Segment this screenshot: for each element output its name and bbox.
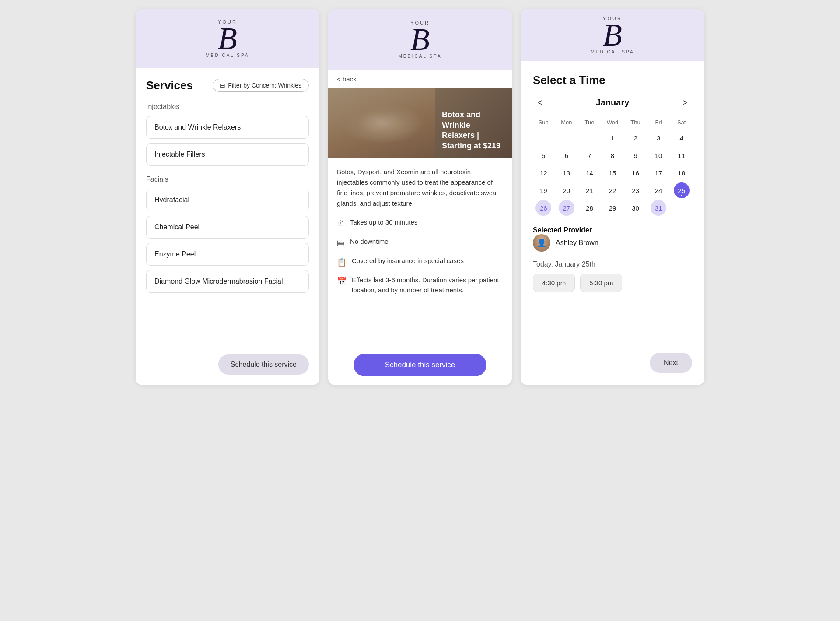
cal-day-2[interactable]: 2 [628, 130, 644, 146]
cal-day-19[interactable]: 19 [536, 182, 551, 198]
left-body: Services ⊟ Filter by Concern: Wrinkles I… [136, 68, 319, 385]
right-header: YOUR B MEDICAL SPA [521, 9, 704, 61]
feature-downtime-text: No downtime [350, 237, 388, 247]
filter-label: Filter by Concern: Wrinkles [228, 82, 301, 89]
service-fillers[interactable]: Injectable Fillers [146, 143, 309, 166]
middle-header: YOUR B MEDICAL SPA [328, 9, 512, 70]
cal-day-11[interactable]: 11 [674, 147, 690, 163]
next-button[interactable]: Next [650, 353, 692, 373]
provider-name: Ashley Brown [556, 239, 598, 247]
left-logo-main: B [218, 25, 237, 53]
cal-day-6[interactable]: 6 [559, 147, 574, 163]
middle-schedule-button[interactable]: Schedule this service [354, 354, 486, 376]
service-botox[interactable]: Botox and Wrinkle Relaxers [146, 116, 309, 139]
provider-avatar: 👤 [533, 234, 550, 252]
select-time-title: Select a Time [533, 74, 692, 87]
calendar: < January > Sun Mon Tue Wed Thu Fri Sat … [533, 96, 692, 216]
service-description: Botox, Dysport, and Xeomin are all neuro… [337, 167, 503, 209]
cal-day-27[interactable]: 27 [559, 200, 574, 216]
service-diamond-glow[interactable]: Diamond Glow Microdermabrasion Facial [146, 270, 309, 293]
back-link[interactable]: < back [328, 70, 512, 88]
cal-day-29[interactable]: 29 [605, 200, 620, 216]
cal-day-5[interactable]: 5 [536, 147, 551, 163]
cal-day-24[interactable]: 24 [651, 182, 666, 198]
feature-duration: 📅 Effects last 3-6 months. Duration vari… [337, 275, 503, 295]
left-logo: YOUR B MEDICAL SPA [206, 19, 249, 58]
right-body: Select a Time < January > Sun Mon Tue We… [521, 61, 704, 385]
cal-day-22[interactable]: 22 [605, 182, 620, 198]
services-header: Services ⊟ Filter by Concern: Wrinkles [146, 79, 309, 92]
middle-panel: YOUR B MEDICAL SPA < back Botox and Wrin… [328, 9, 512, 385]
calendar-icon: 📅 [337, 276, 346, 288]
cal-prev-button[interactable]: < [533, 96, 547, 109]
today-label: Today, January 25th [533, 260, 692, 268]
cal-day-12[interactable]: 12 [536, 165, 551, 181]
facials-label: Facials [146, 175, 309, 183]
right-footer: Next [533, 353, 692, 373]
cal-day-25[interactable]: 25 [674, 182, 690, 198]
cal-day-18[interactable]: 18 [674, 165, 690, 181]
service-details: Botox, Dysport, and Xeomin are all neuro… [328, 158, 512, 345]
service-image: Botox and Wrinkle Relaxers | Starting at… [328, 88, 512, 158]
cal-day-4[interactable]: 4 [674, 130, 690, 146]
cal-day-30[interactable]: 30 [628, 200, 644, 216]
feature-time: ⏱ Takes up to 30 minutes [337, 218, 503, 230]
service-chemical-peel[interactable]: Chemical Peel [146, 216, 309, 239]
cal-next-button[interactable]: > [678, 96, 692, 109]
cal-day-1[interactable]: 1 [605, 130, 620, 146]
cal-day-15[interactable]: 15 [605, 165, 620, 181]
cal-day-10[interactable]: 10 [651, 147, 666, 163]
cal-header-fri: Fri [648, 116, 669, 128]
cal-day-31[interactable]: 31 [651, 200, 666, 216]
cal-day-20[interactable]: 20 [559, 182, 574, 198]
feature-duration-text: Effects last 3-6 months. Duration varies… [352, 275, 503, 295]
cal-grid: Sun Mon Tue Wed Thu Fri Sat 1 2 3 4 5 6 … [533, 116, 692, 216]
injectables-section: Injectables Botox and Wrinkle Relaxers I… [146, 101, 309, 170]
cal-day-9[interactable]: 9 [628, 147, 644, 163]
left-header: YOUR B MEDICAL SPA [136, 9, 319, 68]
left-footer: Schedule this service [146, 346, 309, 375]
cal-day-7[interactable]: 7 [581, 147, 597, 163]
provider-section: Selected Provider 👤 Ashley Brown [533, 226, 692, 252]
feature-time-text: Takes up to 30 minutes [350, 218, 417, 228]
service-enzyme-peel[interactable]: Enzyme Peel [146, 243, 309, 266]
feature-insurance-text: Covered by insurance in special cases [352, 256, 464, 266]
cal-header-mon: Mon [556, 116, 578, 128]
service-image-text: Botox and Wrinkle Relaxers | Starting at… [435, 103, 512, 158]
left-logo-medical: MEDICAL SPA [206, 53, 249, 58]
provider-label: Selected Provider [533, 226, 592, 234]
time-slot-530[interactable]: 5:30 pm [580, 274, 622, 292]
right-panel: YOUR B MEDICAL SPA Select a Time < Janua… [521, 9, 704, 385]
calendar-header: < January > [533, 96, 692, 109]
service-image-subtitle: Starting at $219 [442, 141, 505, 151]
cal-day-14[interactable]: 14 [581, 165, 597, 181]
cal-day-3[interactable]: 3 [651, 130, 666, 146]
time-slots: 4:30 pm 5:30 pm [533, 274, 692, 292]
cal-day-21[interactable]: 21 [581, 182, 597, 198]
services-title: Services [146, 79, 193, 92]
cal-day-13[interactable]: 13 [559, 165, 574, 181]
filter-button[interactable]: ⊟ Filter by Concern: Wrinkles [213, 79, 309, 92]
filter-icon: ⊟ [220, 82, 225, 89]
cal-day-16[interactable]: 16 [628, 165, 644, 181]
clipboard-icon: 📋 [337, 256, 346, 268]
provider-row: 👤 Ashley Brown [533, 234, 692, 252]
middle-logo-main: B [410, 25, 430, 54]
feature-insurance: 📋 Covered by insurance in special cases [337, 256, 503, 268]
cal-day-23[interactable]: 23 [628, 182, 644, 198]
cal-day-26[interactable]: 26 [536, 200, 551, 216]
provider-avatar-image: 👤 [533, 234, 550, 252]
bed-icon: 🛏 [337, 237, 345, 249]
service-image-title: Botox and Wrinkle Relaxers | [442, 110, 505, 140]
cal-month: January [596, 98, 630, 108]
right-logo-medical: MEDICAL SPA [591, 49, 634, 54]
service-hydrafacial[interactable]: Hydrafacial [146, 189, 309, 211]
left-schedule-button[interactable]: Schedule this service [218, 354, 309, 375]
cal-day-17[interactable]: 17 [651, 165, 666, 181]
cal-day-8[interactable]: 8 [605, 147, 620, 163]
cal-day-28[interactable]: 28 [581, 200, 597, 216]
time-slot-430[interactable]: 4:30 pm [533, 274, 575, 292]
injectables-label: Injectables [146, 103, 309, 111]
middle-footer: Schedule this service [328, 345, 512, 385]
right-logo-main: B [603, 21, 622, 49]
